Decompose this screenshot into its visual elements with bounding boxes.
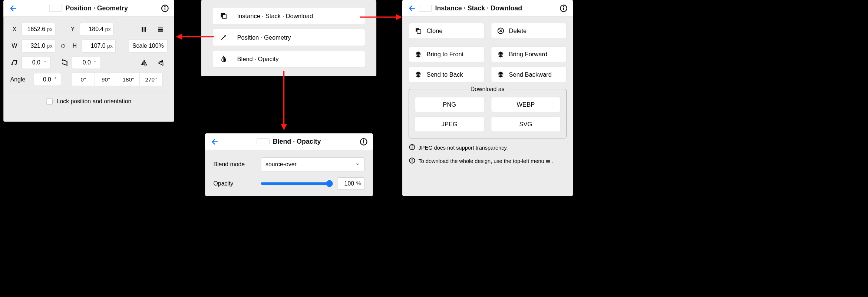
svg-rect-6 bbox=[145, 27, 146, 32]
arrow-annotation bbox=[279, 69, 288, 133]
chevron-down-icon bbox=[355, 162, 360, 167]
svg-point-12 bbox=[363, 140, 364, 140]
flip-vertical-icon[interactable] bbox=[154, 56, 167, 69]
angle-preset-180[interactable]: 180° bbox=[117, 73, 140, 86]
panel-header: Instance · Stack · Download bbox=[402, 0, 573, 17]
menu-item-label: Position · Geometry bbox=[237, 34, 291, 41]
download-jpeg-button[interactable]: JPEG bbox=[415, 117, 484, 132]
svg-point-4 bbox=[165, 6, 165, 7]
info-icon[interactable] bbox=[161, 4, 169, 13]
download-png-button[interactable]: PNG bbox=[415, 97, 484, 112]
note-whole-design: To download the whole design, use the to… bbox=[409, 157, 567, 166]
position-panel: Position · Geometry X px Y px W px H px … bbox=[3, 0, 174, 122]
panel-header: Blend · Opacity bbox=[205, 133, 373, 150]
angle-preset-0[interactable]: 0° bbox=[72, 73, 95, 86]
svg-rect-1 bbox=[222, 15, 226, 19]
svg-rect-17 bbox=[417, 30, 421, 33]
angle-label: Angle bbox=[10, 76, 31, 83]
blend-mode-label: Blend mode bbox=[214, 161, 255, 167]
back-icon[interactable] bbox=[407, 4, 415, 12]
svg-marker-33 bbox=[396, 14, 402, 20]
instance-panel: Instance · Stack · Download Clone Delete… bbox=[402, 0, 573, 196]
w-input[interactable]: px bbox=[22, 40, 55, 52]
layers-icon bbox=[497, 71, 504, 77]
menu-item-label: Instance · Stack · Download bbox=[237, 12, 313, 19]
download-webp-button[interactable]: WEBP bbox=[491, 97, 560, 112]
layers-icon bbox=[415, 71, 422, 77]
opacity-icon bbox=[220, 55, 227, 63]
layers-icon bbox=[415, 51, 422, 57]
lock-label: Lock position and orientation bbox=[57, 98, 132, 105]
svg-rect-5 bbox=[142, 27, 143, 32]
color-swatch[interactable] bbox=[257, 138, 269, 145]
panel-title: Position · Geometry bbox=[66, 4, 128, 12]
align-horizontal-icon[interactable] bbox=[137, 23, 151, 36]
clone-button[interactable]: Clone bbox=[409, 23, 484, 39]
hamburger-icon bbox=[546, 157, 551, 166]
info-icon bbox=[409, 144, 415, 150]
menu-item-instance[interactable]: Instance · Stack · Download bbox=[212, 7, 365, 24]
info-icon bbox=[409, 157, 415, 164]
main-menu-panel: Instance · Stack · Download Position · G… bbox=[201, 0, 377, 76]
menu-item-label: Blend · Opacity bbox=[237, 55, 279, 62]
send-backward-button[interactable]: Send Backward bbox=[491, 67, 567, 82]
panel-header: Position · Geometry bbox=[3, 0, 174, 17]
h-label: H bbox=[70, 43, 79, 49]
angle-presets: 0° 90° 180° 270° bbox=[72, 73, 162, 86]
panel-title: Instance · Stack · Download bbox=[435, 4, 522, 12]
svg-point-15 bbox=[563, 6, 564, 7]
x-label: X bbox=[10, 26, 19, 33]
info-icon[interactable] bbox=[559, 4, 568, 13]
delete-button[interactable]: Delete bbox=[491, 23, 567, 39]
color-swatch[interactable] bbox=[49, 5, 62, 11]
color-swatch[interactable] bbox=[419, 5, 432, 11]
svg-marker-35 bbox=[281, 124, 287, 130]
menu-item-blend[interactable]: Blend · Opacity bbox=[212, 50, 365, 67]
delete-icon bbox=[497, 27, 504, 34]
lock-checkbox[interactable] bbox=[46, 98, 53, 104]
y-input[interactable]: px bbox=[80, 23, 113, 36]
svg-marker-31 bbox=[176, 34, 182, 40]
svg-rect-7 bbox=[158, 29, 163, 31]
bring-forward-button[interactable]: Bring Forward bbox=[491, 46, 567, 62]
ruler-icon bbox=[220, 34, 227, 41]
send-to-back-button[interactable]: Send to Back bbox=[409, 67, 484, 82]
skew-x-icon bbox=[10, 56, 19, 69]
scale-button[interactable]: Scale 100% bbox=[129, 40, 167, 52]
angle-input[interactable]: ° bbox=[34, 73, 61, 86]
note-jpeg: JPEG does not support transparency. bbox=[409, 144, 567, 152]
y-label: Y bbox=[69, 26, 77, 33]
angle-preset-270[interactable]: 270° bbox=[140, 73, 162, 86]
angle-preset-90[interactable]: 90° bbox=[95, 73, 117, 86]
skew-x-input[interactable]: ° bbox=[22, 56, 50, 69]
info-icon[interactable] bbox=[359, 137, 368, 146]
back-icon[interactable] bbox=[8, 4, 16, 12]
align-vertical-icon[interactable] bbox=[154, 23, 167, 36]
w-label: W bbox=[10, 43, 19, 49]
duplicate-icon bbox=[220, 12, 227, 20]
download-fieldset: Download as PNG WEBP JPEG SVG bbox=[409, 89, 567, 138]
opacity-input[interactable]: % bbox=[337, 177, 364, 190]
h-input[interactable]: px bbox=[82, 40, 115, 52]
panel-title: Blend · Opacity bbox=[273, 138, 321, 145]
flip-horizontal-icon[interactable] bbox=[137, 56, 151, 69]
opacity-label: Opacity bbox=[214, 180, 255, 187]
svg-point-23 bbox=[412, 146, 412, 146]
layers-icon bbox=[497, 51, 504, 57]
menu-item-position[interactable]: Position · Geometry bbox=[212, 29, 365, 46]
opacity-slider[interactable] bbox=[261, 182, 333, 185]
svg-point-26 bbox=[412, 159, 412, 159]
duplicate-icon bbox=[415, 27, 422, 34]
x-input[interactable]: px bbox=[22, 23, 55, 36]
skew-y-icon bbox=[61, 56, 69, 69]
blend-panel: Blend · Opacity Blend mode source-over O… bbox=[205, 133, 373, 196]
skew-y-input[interactable]: ° bbox=[72, 56, 101, 69]
download-legend: Download as bbox=[468, 86, 507, 93]
link-dimensions-icon[interactable] bbox=[58, 40, 67, 52]
bring-to-front-button[interactable]: Bring to Front bbox=[409, 46, 484, 62]
blend-mode-select[interactable]: source-over bbox=[261, 157, 365, 171]
back-icon[interactable] bbox=[210, 137, 218, 146]
download-svg-button[interactable]: SVG bbox=[491, 117, 560, 132]
